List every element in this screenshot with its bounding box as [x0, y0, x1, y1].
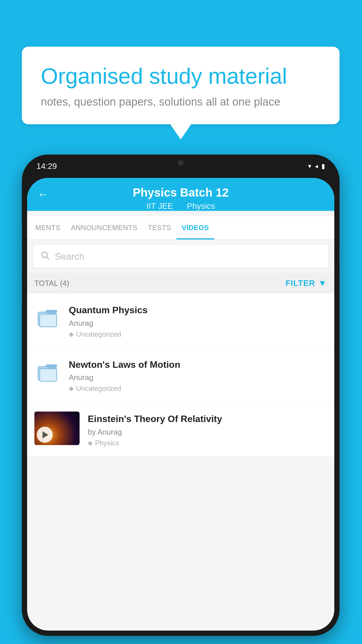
filter-label: FILTER	[285, 279, 315, 288]
power-button	[339, 248, 340, 268]
filter-bar: TOTAL (4) FILTER ▼	[27, 273, 334, 293]
wifi-icon: ▾	[308, 162, 311, 170]
app-header: ← Physics Batch 12 IIT JEE Physics	[27, 178, 334, 211]
battery-icon: ▮	[321, 162, 325, 170]
video-author: Anurag	[69, 319, 327, 328]
status-bar: 14:29 ▾ ◂ ▮	[22, 155, 340, 178]
phone-device: 14:29 ▾ ◂ ▮ ← Physics Batch 12 IIT JEE P…	[22, 155, 340, 636]
folder-icon-wrap	[34, 357, 61, 384]
tag-text: Uncategorized	[76, 384, 121, 393]
camera	[178, 160, 184, 166]
tab-announcements[interactable]: ANNOUNCEMENTS	[66, 216, 143, 239]
tag-icon: ◆	[69, 330, 74, 338]
list-item[interactable]: Newton's Laws of Motion Anurag ◆ Uncateg…	[27, 348, 334, 402]
tag-text: Uncategorized	[76, 330, 121, 338]
tab-videos[interactable]: VIDEOS	[176, 216, 214, 239]
tabs-bar: MENTS ANNOUNCEMENTS TESTS VIDEOS	[27, 216, 334, 240]
video-title: Newton's Laws of Motion	[69, 359, 327, 371]
video-info: Quantum Physics Anurag ◆ Uncategorized	[69, 303, 327, 338]
video-tag: ◆ Uncategorized	[69, 330, 327, 338]
volume-up-button	[22, 251, 22, 274]
list-item[interactable]: Quantum Physics Anurag ◆ Uncategorized	[27, 293, 334, 348]
video-title: Quantum Physics	[69, 304, 327, 316]
header-subtitle: IIT JEE Physics	[39, 202, 323, 211]
folder-icon-wrap	[34, 303, 61, 329]
filter-icon: ▼	[318, 278, 327, 288]
video-title: Einstein's Theory Of Relativity	[88, 413, 327, 425]
status-time: 14:29	[36, 162, 57, 171]
list-item[interactable]: Einstein's Theory Of Relativity by Anura…	[27, 402, 334, 457]
signal-icon: ◂	[315, 162, 318, 170]
status-icons: ▾ ◂ ▮	[308, 162, 325, 170]
search-bar[interactable]: Search	[33, 245, 328, 268]
video-info: Einstein's Theory Of Relativity by Anura…	[88, 412, 327, 447]
play-button[interactable]	[37, 427, 53, 443]
search-icon	[40, 250, 50, 262]
video-tag: ◆ Physics	[88, 439, 327, 447]
tab-tests[interactable]: TESTS	[143, 216, 176, 239]
video-author: by Anurag	[88, 428, 327, 437]
total-count: TOTAL (4)	[34, 279, 69, 288]
svg-line-1	[47, 257, 49, 259]
tag-icon: ◆	[69, 385, 74, 392]
bubble-title: Organised study material	[41, 63, 321, 89]
video-info: Newton's Laws of Motion Anurag ◆ Uncateg…	[69, 357, 327, 393]
header-title: Physics Batch 12	[39, 186, 323, 199]
mute-button	[22, 228, 22, 244]
tab-ments[interactable]: MENTS	[30, 216, 66, 239]
speech-bubble: Organised study material notes, question…	[22, 47, 340, 124]
header-subject: Physics	[187, 202, 215, 211]
tag-text: Physics	[95, 439, 119, 447]
svg-rect-3	[40, 314, 57, 327]
bubble-subtitle: notes, question papers, solutions all at…	[41, 96, 321, 108]
phone-screen: ← Physics Batch 12 IIT JEE Physics MENTS…	[27, 178, 334, 631]
tag-icon: ◆	[88, 439, 93, 447]
video-author: Anurag	[69, 373, 327, 382]
play-icon	[43, 431, 48, 438]
back-button[interactable]: ←	[37, 188, 48, 201]
video-thumbnail	[34, 412, 80, 445]
video-tag: ◆ Uncategorized	[69, 384, 327, 393]
search-placeholder: Search	[55, 251, 84, 262]
filter-button[interactable]: FILTER ▼	[285, 278, 327, 288]
video-list: Quantum Physics Anurag ◆ Uncategorized	[27, 293, 334, 457]
volume-down-button	[22, 280, 22, 303]
phone-notch	[147, 155, 214, 171]
header-category: IIT JEE	[146, 202, 173, 211]
svg-rect-5	[40, 369, 57, 382]
